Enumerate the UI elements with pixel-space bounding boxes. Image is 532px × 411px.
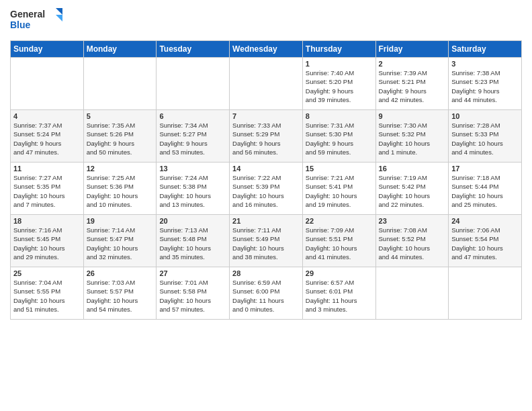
svg-marker-3	[56, 15, 62, 21]
logo: General Blue	[10, 7, 64, 35]
cell-4-1: 18Sunrise: 7:16 AMSunset: 5:45 PMDayligh…	[11, 215, 84, 267]
day-info: Sunrise: 7:27 AMSunset: 5:35 PMDaylight:…	[13, 173, 81, 209]
day-number: 3	[451, 60, 519, 68]
cell-4-4: 21Sunrise: 7:11 AMSunset: 5:49 PMDayligh…	[230, 215, 303, 267]
day-info: Sunrise: 7:13 AMSunset: 5:48 PMDaylight:…	[159, 226, 226, 261]
day-number: 22	[306, 217, 373, 225]
day-number: 14	[232, 165, 300, 173]
day-number: 29	[306, 269, 373, 277]
day-number: 20	[159, 217, 226, 225]
cell-1-5: 1Sunrise: 7:40 AMSunset: 5:20 PMDaylight…	[302, 58, 375, 110]
page: General Blue SundayMondayTuesdayWednesda…	[0, 0, 532, 411]
day-info: Sunrise: 6:57 AMSunset: 6:01 PMDaylight:…	[306, 278, 373, 314]
day-info: Sunrise: 7:19 AMSunset: 5:42 PMDaylight:…	[379, 173, 446, 209]
cell-3-7: 17Sunrise: 7:18 AMSunset: 5:44 PMDayligh…	[449, 163, 522, 215]
logo-graphic: General Blue	[10, 7, 64, 35]
col-header-monday: Monday	[83, 41, 157, 58]
col-header-wednesday: Wednesday	[230, 41, 303, 58]
header: General Blue	[10, 7, 522, 35]
day-info: Sunrise: 7:34 AMSunset: 5:27 PMDaylight:…	[159, 121, 226, 156]
day-number: 11	[13, 165, 81, 173]
cell-3-5: 15Sunrise: 7:21 AMSunset: 5:41 PMDayligh…	[302, 163, 375, 215]
day-number: 12	[87, 165, 154, 173]
day-number: 5	[87, 112, 154, 120]
day-info: Sunrise: 7:21 AMSunset: 5:41 PMDaylight:…	[306, 173, 373, 209]
day-info: Sunrise: 7:25 AMSunset: 5:36 PMDaylight:…	[87, 173, 154, 209]
col-header-tuesday: Tuesday	[157, 41, 230, 58]
day-number: 13	[159, 165, 226, 173]
cell-5-1: 25Sunrise: 7:04 AMSunset: 5:55 PMDayligh…	[11, 267, 84, 320]
cell-3-3: 13Sunrise: 7:24 AMSunset: 5:38 PMDayligh…	[157, 163, 230, 215]
cell-4-7: 24Sunrise: 7:06 AMSunset: 5:54 PMDayligh…	[449, 215, 522, 267]
cell-2-6: 9Sunrise: 7:30 AMSunset: 5:32 PMDaylight…	[375, 110, 449, 163]
cell-2-4: 7Sunrise: 7:33 AMSunset: 5:29 PMDaylight…	[230, 110, 303, 163]
cell-3-2: 12Sunrise: 7:25 AMSunset: 5:36 PMDayligh…	[83, 163, 157, 215]
cell-4-6: 23Sunrise: 7:08 AMSunset: 5:52 PMDayligh…	[375, 215, 449, 267]
day-number: 10	[451, 112, 519, 120]
week-row-3: 11Sunrise: 7:27 AMSunset: 5:35 PMDayligh…	[11, 163, 522, 215]
day-number: 17	[451, 165, 519, 173]
cell-5-7	[449, 267, 522, 320]
cell-4-5: 22Sunrise: 7:09 AMSunset: 5:51 PMDayligh…	[302, 215, 375, 267]
day-number: 15	[306, 165, 373, 173]
cell-5-4: 28Sunrise: 6:59 AMSunset: 6:00 PMDayligh…	[230, 267, 303, 320]
svg-text:Blue: Blue	[10, 19, 31, 30]
cell-5-2: 26Sunrise: 7:03 AMSunset: 5:57 PMDayligh…	[83, 267, 157, 320]
cell-1-2	[83, 58, 157, 110]
day-info: Sunrise: 7:06 AMSunset: 5:54 PMDaylight:…	[451, 226, 519, 261]
cell-3-6: 16Sunrise: 7:19 AMSunset: 5:42 PMDayligh…	[375, 163, 449, 215]
day-number: 2	[379, 60, 446, 68]
week-row-2: 4Sunrise: 7:37 AMSunset: 5:24 PMDaylight…	[11, 110, 522, 163]
day-info: Sunrise: 7:01 AMSunset: 5:58 PMDaylight:…	[159, 278, 226, 314]
cell-1-6: 2Sunrise: 7:39 AMSunset: 5:21 PMDaylight…	[375, 58, 449, 110]
cell-2-1: 4Sunrise: 7:37 AMSunset: 5:24 PMDaylight…	[11, 110, 84, 163]
cell-1-7: 3Sunrise: 7:38 AMSunset: 5:23 PMDaylight…	[449, 58, 522, 110]
day-number: 16	[379, 165, 446, 173]
svg-marker-2	[56, 8, 62, 15]
cell-3-4: 14Sunrise: 7:22 AMSunset: 5:39 PMDayligh…	[230, 163, 303, 215]
calendar-table: SundayMondayTuesdayWednesdayThursdayFrid…	[10, 40, 522, 320]
day-info: Sunrise: 7:22 AMSunset: 5:39 PMDaylight:…	[232, 173, 300, 209]
day-info: Sunrise: 6:59 AMSunset: 6:00 PMDaylight:…	[232, 278, 300, 314]
col-header-friday: Friday	[375, 41, 449, 58]
day-number: 9	[379, 112, 446, 120]
cell-1-3	[157, 58, 230, 110]
day-info: Sunrise: 7:33 AMSunset: 5:29 PMDaylight:…	[232, 121, 300, 156]
day-number: 28	[232, 269, 300, 277]
day-info: Sunrise: 7:08 AMSunset: 5:52 PMDaylight:…	[379, 226, 446, 261]
day-number: 27	[159, 269, 226, 277]
cell-5-6	[375, 267, 449, 320]
cell-4-3: 20Sunrise: 7:13 AMSunset: 5:48 PMDayligh…	[157, 215, 230, 267]
cell-5-3: 27Sunrise: 7:01 AMSunset: 5:58 PMDayligh…	[157, 267, 230, 320]
day-info: Sunrise: 7:04 AMSunset: 5:55 PMDaylight:…	[13, 278, 81, 314]
day-info: Sunrise: 7:30 AMSunset: 5:32 PMDaylight:…	[379, 121, 446, 156]
day-number: 26	[87, 269, 154, 277]
day-number: 19	[87, 217, 154, 225]
day-number: 18	[13, 217, 81, 225]
day-number: 7	[232, 112, 300, 120]
day-info: Sunrise: 7:28 AMSunset: 5:33 PMDaylight:…	[451, 121, 519, 156]
col-header-sunday: Sunday	[11, 41, 84, 58]
day-info: Sunrise: 7:03 AMSunset: 5:57 PMDaylight:…	[87, 278, 154, 314]
day-info: Sunrise: 7:35 AMSunset: 5:26 PMDaylight:…	[87, 121, 154, 156]
day-info: Sunrise: 7:39 AMSunset: 5:21 PMDaylight:…	[379, 68, 446, 104]
header-row: SundayMondayTuesdayWednesdayThursdayFrid…	[11, 41, 522, 58]
cell-2-3: 6Sunrise: 7:34 AMSunset: 5:27 PMDaylight…	[157, 110, 230, 163]
cell-2-2: 5Sunrise: 7:35 AMSunset: 5:26 PMDaylight…	[83, 110, 157, 163]
day-info: Sunrise: 7:37 AMSunset: 5:24 PMDaylight:…	[13, 121, 81, 156]
week-row-4: 18Sunrise: 7:16 AMSunset: 5:45 PMDayligh…	[11, 215, 522, 267]
cell-4-2: 19Sunrise: 7:14 AMSunset: 5:47 PMDayligh…	[83, 215, 157, 267]
cell-2-7: 10Sunrise: 7:28 AMSunset: 5:33 PMDayligh…	[449, 110, 522, 163]
day-info: Sunrise: 7:40 AMSunset: 5:20 PMDaylight:…	[306, 68, 373, 104]
week-row-5: 25Sunrise: 7:04 AMSunset: 5:55 PMDayligh…	[11, 267, 522, 320]
day-info: Sunrise: 7:11 AMSunset: 5:49 PMDaylight:…	[232, 226, 300, 261]
day-info: Sunrise: 7:31 AMSunset: 5:30 PMDaylight:…	[306, 121, 373, 156]
day-number: 8	[306, 112, 373, 120]
col-header-saturday: Saturday	[449, 41, 522, 58]
cell-3-1: 11Sunrise: 7:27 AMSunset: 5:35 PMDayligh…	[11, 163, 84, 215]
day-number: 25	[13, 269, 81, 277]
cell-5-5: 29Sunrise: 6:57 AMSunset: 6:01 PMDayligh…	[302, 267, 375, 320]
day-info: Sunrise: 7:16 AMSunset: 5:45 PMDaylight:…	[13, 226, 81, 261]
week-row-1: 1Sunrise: 7:40 AMSunset: 5:20 PMDaylight…	[11, 58, 522, 110]
day-info: Sunrise: 7:38 AMSunset: 5:23 PMDaylight:…	[451, 68, 519, 104]
